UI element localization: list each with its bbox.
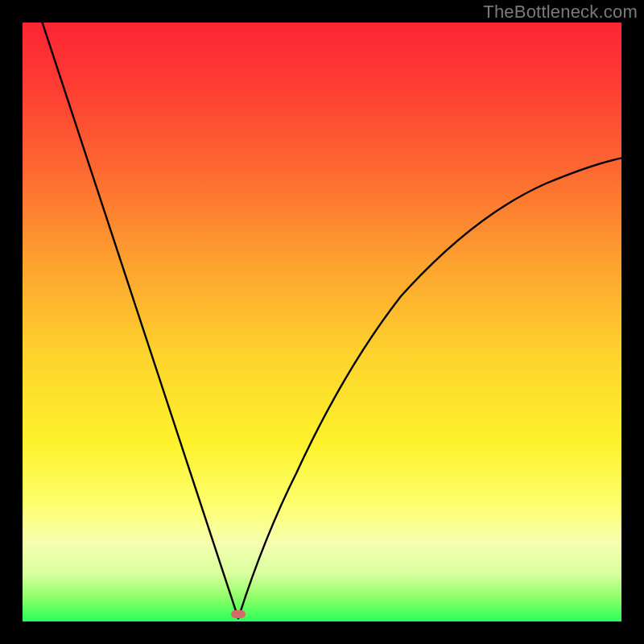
watermark-text: TheBottleneck.com <box>483 2 638 23</box>
plot-area <box>23 23 621 621</box>
curve-right-branch <box>238 158 621 618</box>
curve-left-branch <box>37 23 238 618</box>
chart-frame: TheBottleneck.com <box>0 0 644 644</box>
minimum-marker <box>231 610 246 618</box>
bottleneck-curve <box>23 23 621 621</box>
